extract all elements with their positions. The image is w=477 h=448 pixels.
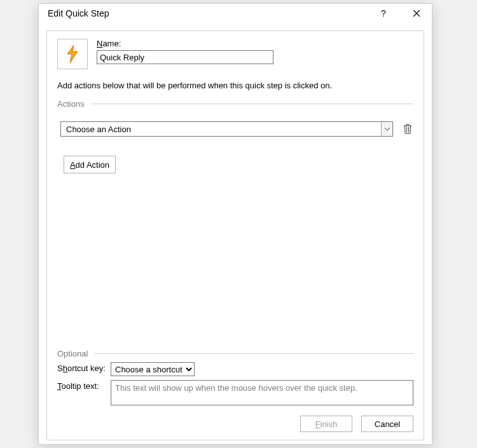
delete-action-button[interactable]: [402, 123, 413, 135]
instruction-text: Add actions below that will be performed…: [57, 81, 413, 90]
close-icon: [413, 10, 420, 17]
trash-icon: [403, 124, 412, 134]
divider: [94, 353, 413, 354]
titlebar: Edit Quick Step ?: [39, 4, 432, 23]
optional-section-label: Optional: [57, 349, 88, 358]
add-action-button[interactable]: Add Action: [64, 156, 116, 173]
actions-section-label: Actions: [57, 99, 85, 109]
lightning-icon: [62, 44, 83, 64]
tooltip-input[interactable]: [111, 380, 413, 405]
shortcut-select[interactable]: Choose a shortcut: [111, 362, 195, 376]
optional-section-header: Optional: [57, 349, 413, 358]
name-row: Name:: [57, 39, 413, 69]
edit-quick-step-dialog: Edit Quick Step ? Name: Add actions belo…: [38, 3, 432, 445]
close-button[interactable]: [409, 6, 424, 21]
spacer: [57, 173, 413, 340]
shortcut-row: Shortcut key: Choose a shortcut: [57, 362, 413, 376]
content-frame: Name: Add actions below that will be per…: [46, 31, 424, 440]
name-label: Name:: [97, 39, 273, 48]
action-select[interactable]: Choose an Action: [60, 121, 393, 137]
tooltip-row: Tooltip text:: [57, 380, 413, 405]
action-select-value: Choose an Action: [61, 125, 136, 134]
tooltip-label: Tooltip text:: [57, 380, 111, 391]
quick-step-icon-button[interactable]: [57, 39, 88, 69]
actions-section-header: Actions: [57, 99, 413, 109]
shortcut-label: Shortcut key:: [57, 362, 111, 373]
chevron-down-icon: [385, 128, 390, 131]
divider: [91, 104, 413, 104]
cancel-button[interactable]: Cancel: [361, 416, 413, 432]
finish-button[interactable]: Finish: [300, 416, 352, 432]
action-row: Choose an Action: [60, 121, 413, 137]
titlebar-controls: ?: [376, 6, 427, 21]
help-button[interactable]: ?: [376, 6, 391, 21]
dialog-button-row: Finish Cancel: [57, 416, 413, 432]
action-select-dropdown-button[interactable]: [381, 122, 392, 136]
name-input[interactable]: [97, 50, 273, 64]
dialog-title: Edit Quick Step: [48, 8, 109, 18]
optional-section: Optional Shortcut key: Choose a shortcut…: [57, 340, 413, 432]
name-fields: Name:: [97, 39, 273, 64]
